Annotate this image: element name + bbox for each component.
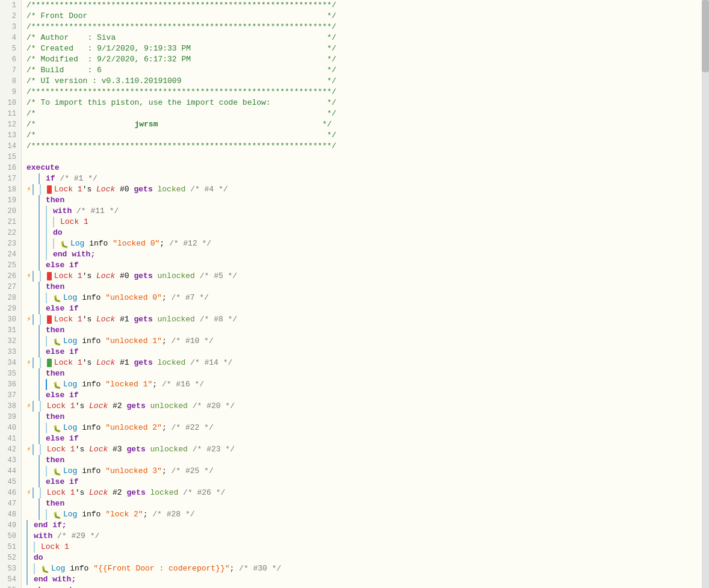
code-line-15 xyxy=(26,152,709,162)
bug-icon-53 xyxy=(41,565,49,573)
code-line-27: then xyxy=(26,282,709,292)
code-line-49: end if; xyxy=(26,520,709,531)
bug-icon-40 xyxy=(53,424,61,432)
code-line-4: /* Author : Siva */ xyxy=(26,32,709,43)
code-line-53: Log info "{{Front Door : codereport}}"; … xyxy=(26,563,709,574)
code-line-26: ⚡ Lock 1's Lock #0 gets unlocked /* #5 *… xyxy=(26,271,709,282)
code-line-2: /* Front Door */ xyxy=(26,11,709,22)
code-line-29: else if xyxy=(26,303,709,314)
code-line-36: Log info "locked 1"; /* #16 */ xyxy=(26,379,709,390)
code-line-54: end with; xyxy=(26,574,709,585)
bug-icon-32 xyxy=(53,337,61,345)
code-line-44: Log info "unlocked 3"; /* #25 */ xyxy=(26,466,709,477)
code-line-16: execute xyxy=(26,162,709,173)
code-line-22: do xyxy=(26,227,709,238)
code-line-25: else if xyxy=(26,260,709,271)
code-line-10: /* To import this piston, use the import… xyxy=(26,97,709,108)
code-line-20: with /* #11 */ xyxy=(26,206,709,217)
scrollbar[interactable] xyxy=(702,0,709,588)
code-line-23: Log info "locked 0"; /* #12 */ xyxy=(26,238,709,249)
code-line-51: Lock 1 xyxy=(26,542,709,552)
code-line-24: end with; xyxy=(26,249,709,260)
trigger-icon-46: ⚡ xyxy=(26,487,31,498)
code-line-47: then xyxy=(26,498,709,509)
code-line-52: do xyxy=(26,552,709,563)
code-line-11: /* */ xyxy=(26,108,709,119)
code-line-30: ⚡ Lock 1's Lock #1 gets unlocked /* #8 *… xyxy=(26,314,709,325)
trigger-icon-38: ⚡ xyxy=(26,401,31,412)
bug-icon-36 xyxy=(53,380,61,389)
code-line-55: end execute; xyxy=(26,585,709,588)
code-line-18: ⚡ Lock 1's Lock #0 gets locked /* #4 */ xyxy=(26,184,709,195)
code-line-38: ⚡ Lock 1's Lock #2 gets unlocked /* #20 … xyxy=(26,401,709,412)
code-line-33: else if xyxy=(26,347,709,357)
trigger-icon-18: ⚡ xyxy=(26,184,31,195)
code-line-8: /* UI version : v0.3.110.20191009 */ xyxy=(26,76,709,87)
scrollbar-thumb[interactable] xyxy=(702,0,709,72)
condition-bar-30 xyxy=(47,315,52,324)
code-line-1: /***************************************… xyxy=(26,0,709,11)
bug-icon-28 xyxy=(53,294,61,302)
code-line-32: Log info "unlocked 1"; /* #10 */ xyxy=(26,336,709,347)
condition-bar-34 xyxy=(47,359,52,367)
code-line-21: Lock 1 xyxy=(26,217,709,227)
code-line-19: then xyxy=(26,195,709,206)
code-line-34: ⚡ Lock 1's Lock #1 gets locked /* #14 */ xyxy=(26,357,709,368)
code-line-46: ⚡ Lock 1's Lock #2 gets locked /* #26 */ xyxy=(26,487,709,498)
code-line-9: /***************************************… xyxy=(26,87,709,97)
trigger-icon-30: ⚡ xyxy=(26,314,31,325)
trigger-icon-34: ⚡ xyxy=(26,357,31,368)
code-line-41: else if xyxy=(26,433,709,444)
code-line-48: Log info "lock 2"; /* #28 */ xyxy=(26,509,709,520)
code-line-5: /* Created : 9/1/2020, 9:19:33 PM */ xyxy=(26,43,709,54)
code-line-45: else if xyxy=(26,477,709,487)
code-line-39: then xyxy=(26,412,709,422)
code-line-14: /***************************************… xyxy=(26,141,709,152)
editor-container: 1 2 3 4 5 6 7 8 9 10 11 12 13 14 15 16 1… xyxy=(0,0,709,588)
bug-icon-44 xyxy=(53,467,61,475)
bug-icon-23 xyxy=(60,240,69,248)
condition-bar-26 xyxy=(47,272,52,280)
code-line-31: then xyxy=(26,325,709,336)
code-area[interactable]: /***************************************… xyxy=(22,0,709,588)
code-line-35: then xyxy=(26,368,709,379)
code-line-3: /***************************************… xyxy=(26,22,709,32)
code-line-17: if /* #1 */ xyxy=(26,173,709,184)
code-line-40: Log info "unlocked 2"; /* #22 */ xyxy=(26,422,709,433)
code-line-37: else if xyxy=(26,390,709,401)
line-numbers: 1 2 3 4 5 6 7 8 9 10 11 12 13 14 15 16 1… xyxy=(0,0,22,588)
code-line-7: /* Build : 6 */ xyxy=(26,65,709,76)
trigger-icon-26: ⚡ xyxy=(26,271,31,282)
bug-icon-48 xyxy=(53,510,61,519)
code-line-43: then xyxy=(26,455,709,466)
code-line-50: with /* #29 */ xyxy=(26,531,709,542)
trigger-icon-42: ⚡ xyxy=(26,444,31,455)
code-line-28: Log info "unlocked 0"; /* #7 */ xyxy=(26,292,709,303)
code-line-12: /* jwrsm */ xyxy=(26,119,709,130)
code-line-13: /* */ xyxy=(26,130,709,141)
condition-bar-18 xyxy=(47,185,52,194)
code-line-42: ⚡ Lock 1's Lock #3 gets unlocked /* #23 … xyxy=(26,444,709,455)
code-line-6: /* Modified : 9/2/2020, 6:17:32 PM */ xyxy=(26,54,709,65)
